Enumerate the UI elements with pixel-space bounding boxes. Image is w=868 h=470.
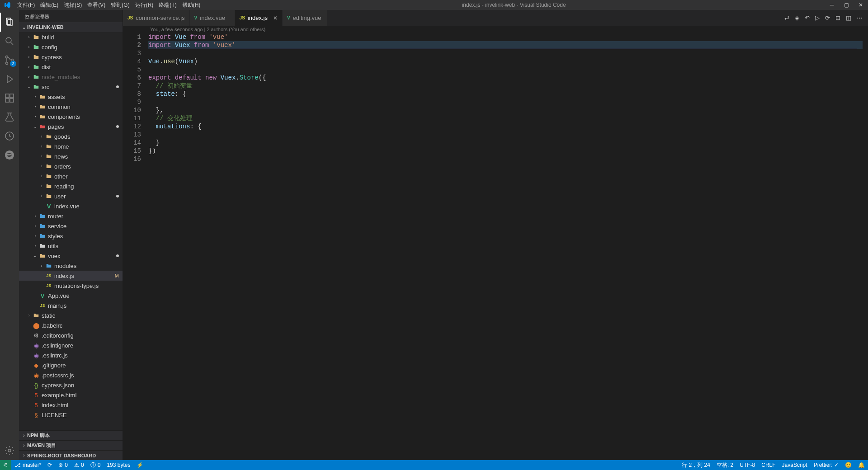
folder-user[interactable]: ›user [19, 191, 123, 201]
file-main.js[interactable]: JSmain.js [19, 301, 123, 310]
menu-item-3[interactable]: 查看(V) [85, 1, 108, 9]
scm-icon[interactable]: 2 [0, 51, 19, 70]
menu-item-2[interactable]: 选择(S) [61, 1, 85, 9]
folder-dist[interactable]: ›dist [19, 62, 123, 72]
code-editor[interactable]: 12345678910111213141516 import Vue from … [123, 33, 868, 460]
folder-service[interactable]: ›service [19, 221, 123, 231]
statusbar-left-3[interactable]: ⚠0 [71, 460, 87, 470]
section-maven-项目[interactable]: ›MAVEN 项目 [19, 440, 123, 450]
file-.babelrc[interactable]: ⬤.babelrc [19, 320, 123, 330]
folder-home[interactable]: ›home [19, 141, 123, 151]
folder-assets[interactable]: ›assets [19, 92, 123, 102]
code-line[interactable]: mutations: { [148, 122, 863, 131]
file-.editorconfig[interactable]: ⚙.editorconfig [19, 330, 123, 340]
compare-icon[interactable]: ⇄ [784, 14, 789, 21]
code-line[interactable]: Vue.use(Vuex) [148, 57, 863, 66]
folder-router[interactable]: ›router [19, 211, 123, 221]
code-line[interactable] [148, 49, 863, 57]
folder-static[interactable]: ›static [19, 310, 123, 320]
maximize-button[interactable]: ▢ [839, 2, 854, 8]
menu-item-1[interactable]: 编辑(E) [38, 1, 61, 9]
statusbar-left-6[interactable]: ⚡ [133, 460, 146, 470]
test-icon[interactable] [0, 108, 19, 127]
tab-common-service.js[interactable]: JScommon-service.js [123, 10, 190, 26]
statusbar-left-1[interactable]: ⟳ [44, 460, 55, 470]
spotify-icon[interactable] [0, 146, 19, 164]
menu-item-6[interactable]: 终端(T) [156, 1, 179, 9]
file-.eslintignore[interactable]: ◉.eslintignore [19, 340, 123, 350]
statusbar-right-1[interactable]: 空格: 2 [713, 460, 736, 470]
file-App.vue[interactable]: VApp.vue [19, 291, 123, 301]
code-line[interactable]: // 初始变量 [148, 82, 863, 90]
folder-goods[interactable]: ›goods [19, 132, 123, 141]
statusbar-left-2[interactable]: ⊗0 [55, 460, 71, 470]
menu-item-7[interactable]: 帮助(H) [179, 1, 203, 9]
minimap[interactable] [863, 33, 868, 460]
remote-indicator[interactable]: ⚟ [0, 460, 11, 470]
file-.eslintrc.js[interactable]: ◉.eslintrc.js [19, 350, 123, 360]
run-debug-icon[interactable] [0, 70, 19, 89]
code-line[interactable] [148, 98, 863, 106]
code-content[interactable]: import Vue from 'vue'import Vuex from 'v… [148, 33, 863, 460]
statusbar-left-0[interactable]: ⎇master* [11, 460, 44, 470]
undo-icon[interactable]: ↶ [805, 14, 810, 21]
folder-components[interactable]: ›components [19, 112, 123, 122]
statusbar-right-0[interactable]: 行 2，列 24 [679, 460, 713, 470]
code-line[interactable] [148, 66, 863, 74]
folder-reading[interactable]: ›reading [19, 181, 123, 191]
file-example.html[interactable]: 5example.html [19, 390, 123, 400]
git-icon[interactable]: ◈ [795, 14, 799, 21]
file-LICENSE[interactable]: §LICENSE [19, 410, 123, 420]
split-icon[interactable]: ◫ [846, 14, 851, 21]
settings-gear-icon[interactable] [0, 441, 19, 460]
folder-vuex[interactable]: ⌄vuex [19, 251, 123, 261]
folder-src[interactable]: ⌄src [19, 82, 123, 92]
code-line[interactable]: import Vue from 'vue' [148, 33, 863, 41]
code-line[interactable]: export default new Vuex.Store({ [148, 74, 863, 82]
file-index.html[interactable]: 5index.html [19, 400, 123, 410]
minimize-button[interactable]: ─ [825, 2, 839, 8]
code-line[interactable]: }) [148, 147, 863, 155]
file-cypress.json[interactable]: {}cypress.json [19, 380, 123, 390]
statusbar-right-2[interactable]: UTF-8 [736, 460, 758, 470]
folder-other[interactable]: ›other [19, 171, 123, 181]
more-icon[interactable]: ⋯ [857, 14, 863, 21]
project-header[interactable]: ⌄ INVELINK-WEB [19, 22, 123, 32]
folder-node_modules[interactable]: ›node_modules [19, 72, 123, 82]
statusbar-right-4[interactable]: JavaScript [779, 460, 811, 470]
code-line[interactable]: state: { [148, 90, 863, 98]
folder-config[interactable]: ›config [19, 42, 123, 52]
search-icon[interactable] [0, 32, 19, 51]
section-spring-boot-dashboard[interactable]: ›SPRING-BOOT DASHBOARD [19, 450, 123, 460]
code-line[interactable] [148, 155, 863, 163]
folder-utils[interactable]: ›utils [19, 241, 123, 251]
code-line[interactable] [148, 131, 863, 139]
refresh-icon[interactable]: ⟳ [825, 14, 830, 21]
statusbar-left-4[interactable]: ⓘ0 [87, 460, 104, 470]
folder-cypress[interactable]: ›cypress [19, 52, 123, 62]
play-icon[interactable]: ▷ [815, 14, 820, 21]
code-line[interactable]: // 变化处理 [148, 114, 863, 122]
folder-build[interactable]: ›build [19, 32, 123, 42]
statusbar-left-5[interactable]: 193 bytes [104, 460, 133, 470]
statusbar-right-3[interactable]: CRLF [758, 460, 778, 470]
code-line[interactable]: }, [148, 106, 863, 114]
folder-pages[interactable]: ⌄pages [19, 122, 123, 132]
section-npm-脚本[interactable]: ›NPM 脚本 [19, 430, 123, 440]
folder-orders[interactable]: ›orders [19, 161, 123, 171]
explorer-icon[interactable] [0, 13, 19, 32]
folder-modules[interactable]: ›modules [19, 261, 123, 271]
menu-item-4[interactable]: 转到(G) [108, 1, 132, 9]
statusbar-right-6[interactable]: 😊 [842, 460, 855, 470]
file-index.js[interactable]: JSindex.jsM [19, 271, 123, 281]
close-button[interactable]: ✕ [854, 2, 868, 8]
file-index.vue[interactable]: Vindex.vue [19, 201, 123, 211]
menu-item-5[interactable]: 运行(R) [132, 1, 156, 9]
extensions-icon[interactable] [0, 89, 19, 108]
menu-item-0[interactable]: 文件(F) [14, 1, 38, 9]
tab-index.vue[interactable]: Vindex.vue [190, 10, 235, 26]
folder-common[interactable]: ›common [19, 102, 123, 112]
file-.postcssrc.js[interactable]: ◉.postcssrc.js [19, 370, 123, 380]
preview-icon[interactable]: ⊡ [835, 14, 840, 21]
close-tab-icon[interactable]: ✕ [273, 15, 278, 21]
